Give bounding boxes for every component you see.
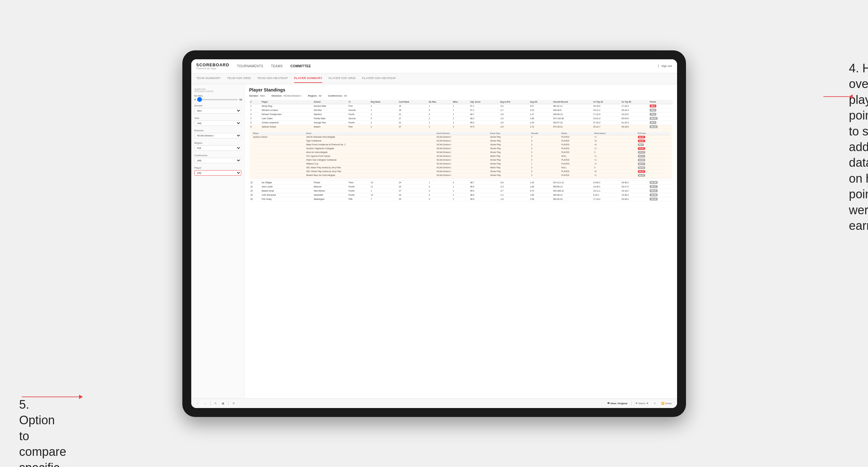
points-badge[interactable]: 60.27 xyxy=(650,185,657,188)
points-badge[interactable]: 60.9 xyxy=(650,121,656,124)
sidebar-player: Player (All) xyxy=(194,166,241,176)
points-badge[interactable]: 60.58 xyxy=(650,181,657,184)
col-wins: Wins xyxy=(452,100,469,104)
col-school: School xyxy=(312,100,347,104)
w-points-badge-gray[interactable]: 37.57 xyxy=(638,151,645,154)
tab-player-h2h-heatmap[interactable]: PLAYER H2H HEATMAP xyxy=(362,74,396,83)
sub-table-row: Tiger Invitational NCAA Division I Strok… xyxy=(252,139,670,143)
points-badge[interactable]: 38.49 xyxy=(650,198,657,200)
points-badge[interactable]: 68.54 xyxy=(650,117,657,120)
eye-icon: 👁 xyxy=(607,402,610,405)
player-label: Player xyxy=(194,166,241,169)
points-badge[interactable]: 60.02 xyxy=(650,189,657,192)
region-filter-value: All xyxy=(319,94,322,97)
conference-filter-value: All xyxy=(344,94,347,97)
table-area: Player Standings Gender: Men Division: N… xyxy=(245,84,677,399)
region-filter: Region: All xyxy=(308,94,322,97)
tablet-device: SCOREBOARD Powered by clippi TOURNAMENTS… xyxy=(182,50,686,417)
update-time: Update time: 27/01/2024 16:56:26 xyxy=(194,88,241,92)
conference-select[interactable]: (All) xyxy=(194,158,241,163)
tab-team-h2h-heatmap[interactable]: TEAM H2H HEATMAP xyxy=(257,74,288,83)
col-vs25: Vs Top 25 xyxy=(592,100,620,104)
logo-text: SCOREBOARD xyxy=(196,62,229,67)
col-avg-par: Avg to-Par xyxy=(499,100,528,104)
points-badge[interactable]: 70.2 xyxy=(650,113,656,116)
w-points-badge-gray[interactable]: 24.11 xyxy=(638,155,645,157)
sidebar-conference: Conference (All) xyxy=(194,154,241,163)
page-title: Player Standings xyxy=(249,87,673,92)
sub-table-row: Williams Cup NCAA Division I Stroke Play… xyxy=(252,162,670,165)
watch-button[interactable]: 👁 Watch ▼ xyxy=(634,401,650,405)
rds-range-row: 4 52 xyxy=(194,98,241,101)
nav-committee[interactable]: COMMITTEE xyxy=(290,63,311,69)
sign-out-button[interactable]: Sign out xyxy=(661,64,672,68)
gender-select[interactable]: Men xyxy=(194,108,241,114)
filter-row: Gender: Men Division: NCAA Division I Re… xyxy=(249,94,673,97)
table-row-expanded: 6 Jackson Kolson Auburn First 2 27 1 2 6… xyxy=(249,125,673,129)
share-icon: 🔁 xyxy=(661,402,664,405)
table-row: 1 Wenyi Ding Arizona State First 1 15 1 … xyxy=(249,104,673,108)
watch-icon: 👁 xyxy=(635,402,638,405)
sub-table-row: Jackson Kolson UNCW Seahawk Intercollegi… xyxy=(252,135,670,139)
tab-team-summary[interactable]: TEAM SUMMARY xyxy=(196,74,221,83)
col-no-rds: No Rds. xyxy=(428,100,452,104)
division-label: Division xyxy=(194,129,241,132)
table-row: 25 Cole Sherwood Vanderbilt Fourth 12 23… xyxy=(249,193,673,197)
sidebar-gender: Gender Men xyxy=(194,104,241,114)
w-points-badge[interactable]: 53.60 xyxy=(638,139,645,142)
points-badge[interactable]: 88.2 xyxy=(650,104,656,107)
sub-table-row: Southern Highlands Collegiate NCAA Divis… xyxy=(252,146,670,150)
gender-filter: Gender: Men xyxy=(249,94,265,97)
region-select[interactable]: N/A xyxy=(194,145,241,151)
refresh-button[interactable]: ↻ xyxy=(213,401,218,405)
w-points-badge[interactable]: 56.18 xyxy=(638,170,645,173)
table-row: 23 Jack Lundin Missouri Fourth 11 24 0 1… xyxy=(249,185,673,189)
w-points-badge-gray[interactable]: 16.50 xyxy=(638,159,645,161)
sub-table-row: Amer An Intercollegiate NCAA Division I … xyxy=(252,150,670,154)
top-nav: SCOREBOARD Powered by clippi TOURNAMENTS… xyxy=(191,59,677,73)
sub-table-row: The Cypress Point Classic NCAA Division … xyxy=(252,154,670,158)
tablet-screen: SCOREBOARD Powered by clippi TOURNAMENTS… xyxy=(191,59,677,408)
table-row: 3 Michael Thorbjornsen Stanford Fourth 1… xyxy=(249,112,673,116)
nav-tournaments[interactable]: TOURNAMENTS xyxy=(237,63,263,69)
copy-button[interactable]: ▦ xyxy=(221,401,226,405)
division-filter-value: NCAA Division I xyxy=(284,94,302,97)
points-badge[interactable]: 58.18 xyxy=(650,125,657,128)
division-select[interactable]: NCAA Division I xyxy=(194,133,241,138)
share-button[interactable]: 🔁 Share xyxy=(660,401,673,405)
w-points-badge-gray[interactable]: 46.7 xyxy=(638,144,644,146)
w-points-badge[interactable]: 73.33 xyxy=(638,147,645,150)
rds-range-input[interactable] xyxy=(197,99,238,100)
redo-button[interactable]: → xyxy=(203,401,208,405)
rds-max: 52 xyxy=(239,98,242,101)
separator xyxy=(631,401,631,405)
download-button[interactable]: ⇓ xyxy=(652,401,657,405)
arrow-line xyxy=(824,96,849,97)
w-points-badge-gray[interactable]: 30.47 xyxy=(638,162,645,165)
division-filter-label: Division: xyxy=(272,94,282,97)
view-original-button[interactable]: 👁 View: Original xyxy=(606,401,629,405)
year-select[interactable]: (All) xyxy=(194,121,241,126)
col-num: # xyxy=(249,100,260,104)
w-points-badge-gray[interactable]: 25.38 xyxy=(638,166,645,169)
nav-right: | Sign out xyxy=(658,64,672,68)
col-player: Player xyxy=(260,100,312,104)
col-reg-rank: Reg Rank xyxy=(369,100,398,104)
w-points-badge[interactable]: 62.64 xyxy=(638,136,645,138)
player-select[interactable]: (All) xyxy=(194,170,241,176)
gender-filter-label: Gender: xyxy=(249,94,259,97)
undo-button[interactable]: ← xyxy=(195,401,200,405)
annotation-5-text: 5. Option tocomparespecific players xyxy=(19,397,66,467)
points-badge[interactable]: 76.2 xyxy=(650,109,656,112)
nav-teams[interactable]: TEAMS xyxy=(271,63,283,69)
w-points-badge-gray[interactable]: 66.40 xyxy=(638,174,645,177)
col-avg-sg: Avg SG xyxy=(529,100,552,104)
arrow-line xyxy=(22,397,79,397)
tab-player-summary[interactable]: PLAYER SUMMARY xyxy=(294,74,322,83)
tab-player-h2h-grid[interactable]: PLAYER H2H GRID xyxy=(329,74,356,83)
main-content: Update time: 27/01/2024 16:56:26 No Rds.… xyxy=(191,84,677,399)
tab-team-h2h-grid[interactable]: TEAM H2H GRID xyxy=(227,74,251,83)
points-badge[interactable]: 39.95 xyxy=(650,193,657,196)
sub-table-row: SEC Match Play hosted by Jerry Pate NCAA… xyxy=(252,165,670,169)
timer-button[interactable]: ⏱ xyxy=(231,401,236,405)
